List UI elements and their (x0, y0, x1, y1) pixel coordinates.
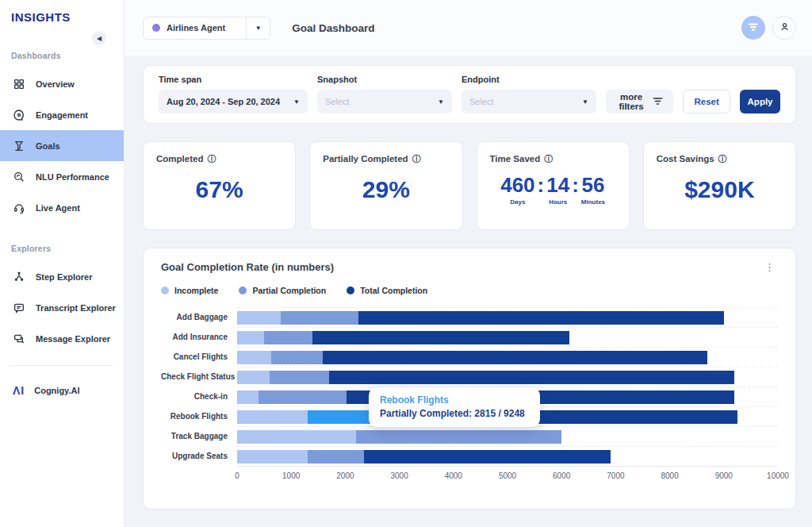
sidebar-item-overview[interactable]: Overview (0, 68, 124, 99)
x-axis-tick-label: 6000 (553, 471, 570, 480)
agent-selector-label: Airlines Agent (167, 23, 225, 33)
legend-dot (161, 287, 169, 294)
user-icon (779, 21, 791, 36)
apply-button[interactable]: Apply (740, 90, 780, 113)
chart-category-label: Check-in (161, 392, 237, 401)
kpi-card-time-saved: Time Saved ⓘ 460 Days : 14 Hours : 56 Mi… (477, 141, 630, 230)
bar-segment[interactable] (364, 450, 611, 464)
agent-selector[interactable]: Airlines Agent ▼ (143, 17, 270, 40)
kpi-value: 460 Days : 14 Hours : 56 Minutes (490, 175, 616, 206)
collapse-icon: ◀ (97, 35, 102, 42)
bar-segment[interactable] (329, 371, 735, 384)
chart-category-label: Cancel Flights (161, 352, 237, 361)
bar-segment[interactable] (237, 351, 271, 364)
kpi-value: $290K (657, 176, 783, 203)
chat-bubble-icon (13, 109, 25, 121)
x-axis-tick-label: 8000 (661, 471, 678, 480)
bar-segment[interactable] (237, 331, 264, 344)
bar-segment[interactable] (237, 430, 356, 444)
sidebar-item-goals[interactable]: Goals (0, 130, 124, 161)
page-title: Goal Dashboard (292, 22, 374, 34)
bar-segment[interactable] (237, 410, 308, 424)
bar-segment[interactable] (271, 351, 323, 364)
info-icon[interactable]: ⓘ (544, 155, 553, 163)
snapshot-label: Snapshot (317, 75, 452, 84)
endpoint-select[interactable]: Select ▼ (462, 90, 596, 113)
transcript-icon (13, 302, 25, 314)
sidebar-item-engagement[interactable]: Engagement (0, 99, 124, 130)
sidebar-collapse-button[interactable]: ◀ (92, 31, 106, 45)
legend-item-total-completion[interactable]: Total Completion (347, 286, 427, 295)
sidebar-item-label: Step Explorer (36, 272, 93, 282)
sidebar-item-live-agent[interactable]: Live Agent (0, 192, 124, 223)
bar-segment[interactable] (237, 390, 259, 404)
topbar: Airlines Agent ▼ Goal Dashboard (124, 0, 812, 56)
reset-button[interactable]: Reset (683, 90, 730, 113)
chart-category-label: Upgrade Seats (161, 452, 237, 460)
bar-segment[interactable] (264, 331, 312, 344)
bar-segment[interactable] (312, 331, 569, 344)
chart-legend: Incomplete Partial Completion Total Comp… (161, 286, 778, 295)
chart-row: Track Baggage (161, 426, 778, 446)
timespan-label: Time span (159, 75, 308, 84)
bar-segment[interactable] (356, 430, 561, 444)
info-icon[interactable]: ⓘ (718, 155, 727, 163)
sidebar-item-step-explorer[interactable]: Step Explorer (0, 261, 124, 292)
kpi-card-completed: Completed ⓘ 67% (143, 141, 296, 230)
chevron-down-icon: ▼ (582, 98, 588, 106)
sidebar-item-transcript-explorer[interactable]: Transcript Explorer (0, 292, 124, 323)
explorers-nav: Step Explorer Transcript Explorer Messag… (0, 261, 124, 354)
kebab-menu-icon[interactable]: ⋮ (761, 261, 778, 273)
grid-icon (13, 78, 25, 90)
chart-row: Add Insurance (161, 327, 778, 347)
bar-segment[interactable] (270, 371, 329, 384)
sidebar-item-label: NLU Performance (36, 172, 109, 182)
bar-segment[interactable] (237, 450, 308, 464)
agent-status-dot (152, 24, 160, 32)
bar-segment[interactable] (237, 371, 270, 384)
sidebar-divider (11, 365, 113, 366)
x-axis-tick-label: 9000 (715, 471, 733, 480)
sidebar: INSIGHTS ◀ Dashboards Overview Engagemen… (0, 0, 124, 527)
filter-lines-icon (653, 97, 663, 107)
legend-dot (239, 287, 247, 294)
bar-segment[interactable] (308, 450, 364, 464)
user-button[interactable] (772, 16, 796, 40)
chart-row: Cancel Flights (161, 347, 778, 367)
chart-category-label: Rebook Flights (161, 412, 237, 421)
sidebar-item-label: Transcript Explorer (36, 303, 116, 313)
kpi-row: Completed ⓘ 67% Partially Completed ⓘ 29… (143, 141, 796, 230)
x-axis-tick-label: 7000 (607, 471, 624, 480)
x-axis-tick-label: 10000 (767, 471, 789, 480)
bar-segment[interactable] (237, 311, 281, 325)
x-axis-tick-label: 2000 (336, 471, 354, 480)
goal-completion-chart-card: Goal Completion Rate (in numbers) ⋮ Inco… (143, 248, 796, 510)
bar-segment[interactable] (358, 311, 723, 325)
sidebar-item-label: Message Explorer (36, 334, 110, 344)
filter-bar: Time span Aug 20, 2024 - Sep 20, 2024 ▼ … (143, 65, 796, 124)
sidebar-item-nlu-performance[interactable]: NLU Performance (0, 161, 124, 192)
info-icon[interactable]: ⓘ (207, 155, 216, 163)
dashboards-nav: Overview Engagement Goals NLU Performanc… (0, 68, 124, 223)
timespan-select[interactable]: Aug 20, 2024 - Sep 20, 2024 ▼ (159, 90, 308, 113)
magnifier-icon (13, 171, 25, 183)
sidebar-item-message-explorer[interactable]: Message Explorer (0, 323, 124, 354)
x-axis-tick-label: 1000 (282, 471, 300, 480)
bar-segment[interactable] (259, 390, 347, 404)
snapshot-select[interactable]: Select ▼ (317, 90, 452, 113)
x-axis: 0100020003000400050006000700080009000100… (161, 466, 778, 483)
info-icon[interactable]: ⓘ (412, 155, 421, 163)
bar-segment[interactable] (323, 351, 708, 364)
headset-icon (13, 202, 25, 214)
x-axis-ticks: 0100020003000400050006000700080009000100… (237, 466, 778, 483)
legend-item-partial-completion[interactable]: Partial Completion (239, 286, 326, 295)
bar-segment[interactable] (281, 311, 359, 325)
legend-item-incomplete[interactable]: Incomplete (161, 286, 218, 295)
chart-tooltip: Rebook Flights Partially Completed: 2815… (369, 387, 540, 427)
filter-circle-button[interactable] (741, 16, 765, 40)
cognigy-link[interactable]: ΛI Cognigy.AI (0, 377, 124, 404)
chart-category-label: Add Baggage (161, 313, 237, 321)
app-logo: INSIGHTS (0, 0, 124, 24)
section-label-dashboards: Dashboards (0, 51, 124, 60)
more-filters-button[interactable]: more filters (606, 90, 673, 113)
